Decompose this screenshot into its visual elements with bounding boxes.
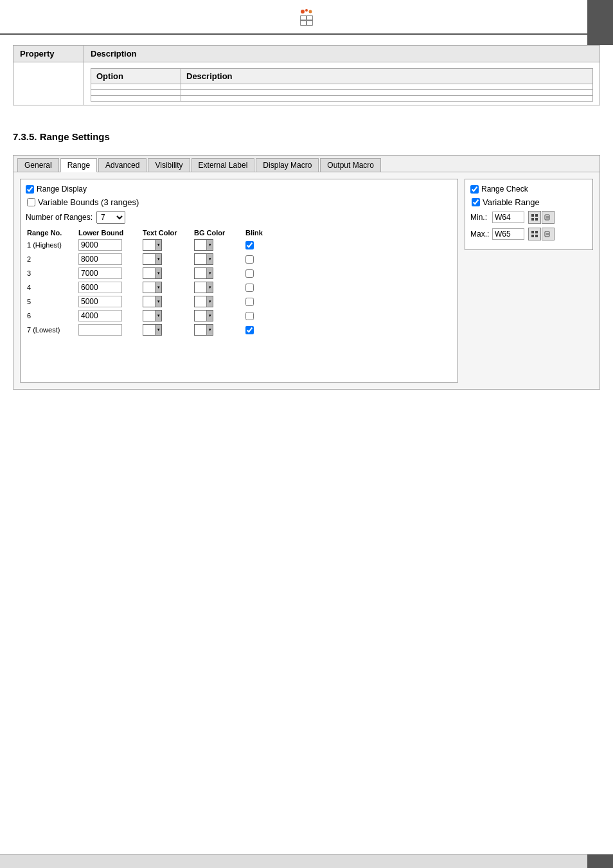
tab-display-macro[interactable]: Display Macro: [256, 158, 319, 172]
inner-row-2: [91, 90, 593, 96]
inner-desc-2: [181, 90, 593, 96]
svg-rect-18: [535, 231, 538, 233]
text-color-btn-4[interactable]: ▾: [143, 282, 162, 293]
range-label-7: 7 (Lowest): [27, 326, 78, 334]
svg-rect-14: [545, 215, 549, 220]
range-display-checkbox[interactable]: [26, 185, 34, 194]
num-ranges-label: Number of Ranges:: [26, 213, 93, 222]
text-color-cell-3: ▾: [143, 267, 194, 279]
col-lower-bound: Lower Bound: [78, 229, 143, 237]
bg-color-btn-1[interactable]: ▾: [194, 239, 213, 251]
bg-color-cell-2: ▾: [194, 253, 245, 265]
svg-point-0: [301, 10, 305, 14]
tab-range[interactable]: Range: [60, 158, 97, 172]
min-grid-btn[interactable]: [528, 211, 541, 224]
text-color-btn-7[interactable]: ▾: [143, 324, 162, 336]
tab-advanced[interactable]: Advanced: [98, 158, 147, 172]
range-lower-2[interactable]: [78, 253, 122, 265]
max-row: Max.:: [470, 228, 587, 240]
text-color-btn-2[interactable]: ▾: [143, 253, 162, 265]
inner-option-3: [91, 96, 181, 102]
text-color-btn-6[interactable]: ▾: [143, 310, 162, 321]
range-lower-4[interactable]: [78, 282, 122, 293]
tab-general[interactable]: General: [17, 158, 59, 172]
svg-point-2: [309, 10, 312, 14]
svg-rect-20: [535, 235, 538, 237]
range-label-5: 5: [27, 298, 78, 305]
range-row-2: 2 ▾ ▾: [26, 253, 452, 265]
text-color-btn-3[interactable]: ▾: [143, 267, 162, 279]
range-check-checkbox[interactable]: [470, 185, 479, 194]
inner-desc-1: [181, 84, 593, 90]
page-footer: [0, 854, 613, 868]
bg-color-btn-5[interactable]: ▾: [194, 296, 213, 307]
col-range-no: Range No.: [27, 229, 78, 237]
inner-row-1: [91, 84, 593, 90]
svg-rect-5: [307, 16, 312, 20]
svg-rect-7: [307, 21, 312, 25]
bg-color-cell-6: ▾: [194, 310, 245, 321]
range-check-label: Range Check: [481, 185, 528, 194]
range-lower-3[interactable]: [78, 267, 122, 279]
range-table-header: Range No. Lower Bound Text Color BG Colo…: [26, 229, 452, 237]
tab-external-label[interactable]: External Label: [191, 158, 255, 172]
bg-color-cell-4: ▾: [194, 282, 245, 293]
bg-color-btn-6[interactable]: ▾: [194, 310, 213, 321]
blink-checkbox-3[interactable]: [245, 269, 254, 278]
text-color-cell-4: ▾: [143, 282, 194, 293]
svg-rect-19: [531, 235, 534, 237]
dialog-body: Range Display Variable Bounds (3 ranges)…: [13, 172, 600, 389]
max-input[interactable]: [492, 228, 524, 240]
blink-checkbox-7[interactable]: [245, 326, 254, 334]
property-table: Property Description Option Description: [13, 45, 600, 105]
bg-color-btn-7[interactable]: ▾: [194, 324, 213, 336]
blink-checkbox-4[interactable]: [245, 284, 254, 292]
app-icon: [294, 5, 319, 31]
col-text-color: Text Color: [143, 229, 194, 237]
blink-checkbox-1[interactable]: [245, 241, 254, 249]
blink-checkbox-2[interactable]: [245, 255, 254, 264]
range-check-panel: Range Check Variable Range Min.:: [465, 179, 593, 250]
page-header: [0, 0, 613, 35]
min-input[interactable]: [492, 212, 524, 223]
svg-rect-17: [531, 231, 534, 233]
max-tag-btn[interactable]: [542, 228, 555, 240]
property-col-header: Property: [13, 46, 84, 62]
variable-range-checkbox[interactable]: [472, 198, 480, 206]
blink-checkbox-6[interactable]: [245, 312, 254, 320]
tab-visibility[interactable]: Visibility: [148, 158, 190, 172]
range-row-1: 1 (Highest) ▾ ▾: [26, 239, 452, 251]
range-lower-7[interactable]: [78, 324, 122, 336]
option-col-header: Option: [91, 69, 181, 84]
text-color-btn-1[interactable]: ▾: [143, 239, 162, 251]
bg-color-btn-4[interactable]: ▾: [194, 282, 213, 293]
max-grid-btn[interactable]: [528, 228, 541, 240]
num-ranges-select[interactable]: 7: [96, 211, 125, 224]
footer-right-decoration: [587, 854, 613, 869]
range-lower-1[interactable]: [78, 239, 122, 251]
text-color-cell-1: ▾: [143, 239, 194, 251]
col-bg-color: BG Color: [194, 229, 245, 237]
bg-color-cell-7: ▾: [194, 324, 245, 336]
range-lower-5[interactable]: [78, 296, 122, 307]
inner-desc-3: [181, 96, 593, 102]
variable-range-row: Variable Range: [472, 197, 587, 207]
variable-bounds-checkbox[interactable]: [27, 198, 35, 206]
tab-output-macro[interactable]: Output Macro: [320, 158, 381, 172]
bg-color-btn-3[interactable]: ▾: [194, 267, 213, 279]
bg-color-btn-2[interactable]: ▾: [194, 253, 213, 265]
bg-color-cell-5: ▾: [194, 296, 245, 307]
description-cell-1: Option Description: [84, 62, 600, 105]
text-color-btn-5[interactable]: ▾: [143, 296, 162, 307]
blink-checkbox-5[interactable]: [245, 298, 254, 306]
inner-option-1: [91, 84, 181, 90]
range-row-6: 6 ▾ ▾: [26, 310, 452, 321]
variable-bounds-row: Variable Bounds (3 ranges): [27, 197, 452, 207]
property-row-1: Option Description: [13, 62, 600, 105]
range-lower-6[interactable]: [78, 310, 122, 321]
range-display-panel: Range Display Variable Bounds (3 ranges)…: [20, 179, 458, 383]
range-label-1: 1 (Highest): [27, 241, 78, 249]
bg-color-cell-1: ▾: [194, 239, 245, 251]
range-check-title: Range Check: [470, 185, 587, 194]
min-tag-btn[interactable]: [542, 211, 555, 224]
